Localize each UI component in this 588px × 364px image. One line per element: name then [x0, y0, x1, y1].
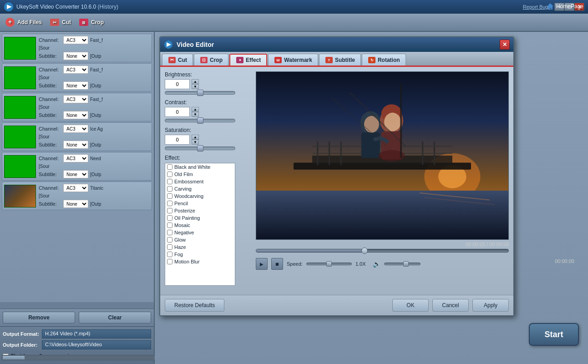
- brightness-up[interactable]: ▲: [192, 79, 199, 84]
- dialog-footer: Restore Defaults OK Cancel Apply: [160, 295, 513, 315]
- channel-select[interactable]: AC3: [63, 125, 88, 133]
- start-button[interactable]: Start: [529, 323, 579, 346]
- brightness-down[interactable]: ▼: [192, 84, 199, 89]
- clear-button[interactable]: Clear: [79, 312, 151, 324]
- play-button[interactable]: ▶: [256, 258, 268, 270]
- progress-thumb[interactable]: [361, 248, 368, 254]
- effect-item-posterize[interactable]: Posterize: [165, 207, 235, 214]
- effect-item-carving[interactable]: Carving: [165, 185, 235, 192]
- file-list-scroll[interactable]: Channel: AC3 Fast_f [Sour Subtitle:: [0, 32, 154, 302]
- brightness-slider-track[interactable]: [165, 91, 235, 95]
- effect-checkbox-negative[interactable]: [167, 230, 172, 235]
- tab-subtitle[interactable]: T Subtitle: [319, 54, 361, 66]
- ok-button[interactable]: OK: [392, 299, 429, 312]
- volume-slider[interactable]: [384, 263, 421, 265]
- effect-item-embossment[interactable]: Embossment: [165, 178, 235, 185]
- right-panel: Start 00:00:00 Video Editor ✕: [155, 32, 588, 364]
- remove-button[interactable]: Remove: [3, 312, 75, 324]
- effect-checkbox-embossment[interactable]: [167, 179, 172, 184]
- restore-defaults-button[interactable]: Restore Defaults: [165, 299, 224, 312]
- effect-item-negative[interactable]: Negative: [165, 229, 235, 236]
- saturation-input[interactable]: [165, 135, 190, 145]
- effect-item-haze[interactable]: Haze: [165, 243, 235, 251]
- effect-item-black-and-white[interactable]: Black and White: [165, 163, 235, 171]
- subtitle-select[interactable]: None: [63, 81, 88, 90]
- crop-button[interactable]: ⊞ Crop: [78, 17, 104, 28]
- channel-row: Channel: AC3 Titanic: [39, 184, 150, 192]
- effect-label: Effect:: [165, 155, 251, 161]
- pause-button[interactable]: ⏹: [271, 258, 283, 270]
- horizontal-scrollbar[interactable]: [2, 355, 155, 360]
- channel-select[interactable]: AC3: [63, 36, 88, 44]
- effect-item-glow[interactable]: Glow: [165, 236, 235, 243]
- effect-checkbox-old-film[interactable]: [167, 172, 172, 177]
- add-files-button[interactable]: + Add Files: [5, 17, 42, 28]
- channel-select[interactable]: AC3: [63, 95, 88, 103]
- apply-button[interactable]: Apply: [472, 299, 509, 312]
- saturation-up[interactable]: ▲: [192, 135, 199, 140]
- channel-select[interactable]: AC3: [63, 184, 88, 192]
- effect-checkbox-motion-blur[interactable]: [167, 259, 172, 264]
- video-progress-bar[interactable]: [256, 249, 509, 253]
- channel-select[interactable]: AC3: [63, 66, 88, 74]
- tab-crop[interactable]: ⊡ Crop: [194, 54, 228, 66]
- speed-thumb[interactable]: [326, 261, 332, 267]
- effect-list[interactable]: Black and White Old Film Embossment: [165, 163, 235, 286]
- cancel-button[interactable]: Cancel: [432, 299, 469, 312]
- subtitle-select[interactable]: None: [63, 141, 88, 149]
- saturation-down[interactable]: ▼: [192, 140, 199, 145]
- contrast-control: Contrast: ▲ ▼: [165, 99, 251, 122]
- contrast-down[interactable]: ▼: [192, 112, 199, 117]
- tab-cut[interactable]: ✂ Cut: [162, 54, 193, 66]
- brightness-input[interactable]: [165, 79, 190, 89]
- volume-icon: 🔊: [373, 260, 380, 268]
- tab-effect[interactable]: ✦ Effect: [229, 54, 267, 66]
- subtitle-select[interactable]: None: [63, 200, 88, 208]
- saturation-slider-track[interactable]: [165, 147, 235, 150]
- effect-checkbox-mosaic[interactable]: [167, 222, 172, 228]
- effect-checkbox-oil-painting[interactable]: [167, 215, 172, 221]
- contrast-slider-thumb[interactable]: [197, 117, 203, 124]
- effect-checkbox-pencil[interactable]: [167, 201, 172, 206]
- tab-rotation[interactable]: ↻ Rotation: [362, 54, 406, 66]
- effect-checkbox-fog[interactable]: [167, 252, 172, 257]
- effect-item-motion-blur[interactable]: Motion Blur: [165, 258, 235, 265]
- brightness-slider-thumb[interactable]: [197, 90, 203, 96]
- effect-item-pencil[interactable]: Pencil: [165, 200, 235, 207]
- saturation-slider-thumb[interactable]: [197, 145, 203, 152]
- subtitle-row: Subtitle: None [Outp: [39, 141, 150, 149]
- effect-checkbox-posterize[interactable]: [167, 208, 172, 213]
- volume-thumb[interactable]: [403, 261, 409, 267]
- homepage-link[interactable]: HomePage: [546, 2, 583, 10]
- file-controls: Channel: AC3 Fast_f [Sour Subtitle:: [39, 66, 150, 90]
- file-thumbnail: [4, 126, 36, 148]
- effect-checkbox-carving[interactable]: [167, 186, 172, 192]
- channel-select[interactable]: AC3: [63, 154, 88, 162]
- effect-checkbox-glow[interactable]: [167, 237, 172, 243]
- tab-watermark[interactable]: W Watermark: [268, 54, 318, 66]
- output-format-value[interactable]: H.264 Video (*.mp4): [42, 329, 151, 339]
- effect-item-woodcarving[interactable]: Woodcarving: [165, 192, 235, 200]
- effect-checkbox-haze[interactable]: [167, 244, 172, 250]
- svg-text:✂: ✂: [170, 57, 174, 62]
- subtitle-select[interactable]: None: [63, 170, 88, 178]
- dialog-close-button[interactable]: ✕: [500, 40, 510, 50]
- effect-item-old-film[interactable]: Old Film: [165, 171, 235, 178]
- effect-item-mosaic[interactable]: Mosaic: [165, 222, 235, 229]
- effect-item-fog[interactable]: Fog: [165, 251, 235, 258]
- contrast-input[interactable]: [165, 107, 190, 117]
- cut-icon: ✂: [49, 17, 60, 28]
- file-controls: Channel: AC3 Fast_f [Sour Subtitle:: [39, 95, 150, 119]
- svg-text:✂: ✂: [53, 20, 57, 25]
- effect-checkbox-black-and-white[interactable]: [167, 164, 172, 170]
- contrast-slider-track[interactable]: [165, 119, 235, 122]
- subtitle-select[interactable]: None: [63, 52, 88, 60]
- output-folder-value[interactable]: C:\Videos-Ukeysoft\Video: [42, 340, 151, 349]
- effect-item-oil-painting[interactable]: Oil Painting: [165, 214, 235, 222]
- subtitle-select[interactable]: None: [63, 111, 88, 119]
- speed-slider[interactable]: [306, 263, 352, 265]
- video-preview-panel: 00:00:25 / 00:00:58 ▶ ⏹ Speed:: [256, 71, 509, 290]
- cut-button[interactable]: ✂ Cut: [49, 17, 71, 28]
- effect-checkbox-woodcarving[interactable]: [167, 193, 172, 199]
- contrast-up[interactable]: ▲: [192, 107, 199, 112]
